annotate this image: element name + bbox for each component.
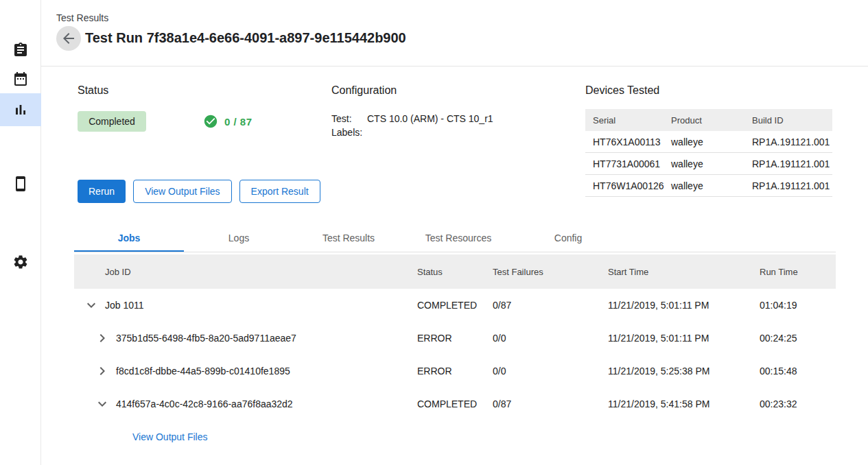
tab-logs[interactable]: Logs <box>184 225 294 252</box>
chevron-down-icon[interactable] <box>94 396 110 412</box>
device-row: HT76X1A00113 walleye RP1A.191121.001 <box>585 131 832 153</box>
view-output-files-button[interactable]: View Output Files <box>133 180 231 203</box>
tab-test-resources[interactable]: Test Resources <box>403 225 513 252</box>
attempt-status: ERROR <box>417 366 493 377</box>
attempt-start-time: 11/21/2019, 5:01:11 PM <box>608 333 760 344</box>
device-serial: HT76W1A00126 <box>593 180 671 191</box>
device-build: RP1A.191121.001 <box>752 136 832 147</box>
jobs-col-failures: Test Failures <box>493 267 608 277</box>
attempt-failures: 0/0 <box>493 333 608 344</box>
attempt-id: 375b1d55-6498-4fb5-8a20-5ad9711aeae7 <box>116 333 296 344</box>
smartphone-icon <box>12 176 29 192</box>
attempt-run-time: 00:24:25 <box>760 333 836 344</box>
page-header: Test Results Test Run 7f38a1e4-6e66-4091… <box>41 0 868 67</box>
attempt-failures: 0/87 <box>493 398 608 409</box>
devices-tested-section: Devices Tested Serial Product Build ID H… <box>585 84 832 197</box>
sidebar-item-test-results[interactable] <box>0 93 41 126</box>
jobs-table-header: Job ID Status Test Failures Start Time R… <box>74 254 836 289</box>
config-test-label: Test: <box>331 112 367 126</box>
bar-chart-icon <box>12 102 29 118</box>
breadcrumb: Test Results <box>56 12 108 23</box>
configuration-heading: Configuration <box>331 84 578 97</box>
attempt-detail-row: View Output Files <box>74 420 836 453</box>
device-serial: HT7731A00061 <box>593 158 671 169</box>
attempt-failures: 0/0 <box>493 366 608 377</box>
device-row: HT76W1A00126 walleye RP1A.191121.001 <box>585 175 832 197</box>
chevron-right-icon[interactable] <box>94 330 110 346</box>
back-button[interactable] <box>56 26 81 51</box>
devices-col-serial: Serial <box>593 115 671 126</box>
clipboard-icon <box>12 42 29 58</box>
config-test-value: CTS 10.0 (ARM) - CTS 10_r1 <box>367 112 493 126</box>
devices-col-product: Product <box>671 115 752 126</box>
attempt-id: 414f657a-4c0c-42c8-9166-aa76f8aa32d2 <box>116 398 293 409</box>
job-run-time: 01:04:19 <box>760 300 836 311</box>
status-heading: Status <box>78 84 325 97</box>
status-section: Status Completed 0 / 87 <box>78 84 325 132</box>
jobs-table: Job ID Status Test Failures Start Time R… <box>74 254 836 453</box>
tab-config[interactable]: Config <box>513 225 623 252</box>
device-build: RP1A.191121.001 <box>752 180 832 191</box>
gear-icon <box>12 254 29 270</box>
pass-count-group: 0 / 87 <box>203 114 253 129</box>
attempt-start-time: 11/21/2019, 5:25:38 PM <box>608 366 760 377</box>
view-output-files-link[interactable]: View Output Files <box>132 431 207 442</box>
attempt-start-time: 11/21/2019, 5:41:58 PM <box>608 398 760 409</box>
config-labels-label: Labels: <box>331 126 367 139</box>
job-row: Job 1011 COMPLETED 0/87 11/21/2019, 5:01… <box>74 289 836 322</box>
devices-col-build: Build ID <box>752 115 832 126</box>
device-row: HT7731A00061 walleye RP1A.191121.001 <box>585 153 832 175</box>
configuration-section: Configuration Test: CTS 10.0 (ARM) - CTS… <box>331 84 578 139</box>
rerun-button[interactable]: Rerun <box>78 180 126 203</box>
job-failures: 0/87 <box>493 300 608 311</box>
attempt-id: f8cd1c8f-dbbe-44a5-899b-c01410fe1895 <box>116 366 290 377</box>
attempt-run-time: 00:23:32 <box>760 398 836 409</box>
job-id: Job 1011 <box>105 300 144 311</box>
job-attempt-row: 414f657a-4c0c-42c8-9166-aa76f8aa32d2 COM… <box>74 388 836 420</box>
job-attempt-row: 375b1d55-6498-4fb5-8a20-5ad9711aeae7 ERR… <box>74 322 836 355</box>
sidebar-item-devices[interactable] <box>0 167 41 200</box>
arrow-back-icon <box>60 30 77 47</box>
chevron-down-icon[interactable] <box>83 297 99 313</box>
devices-table-header: Serial Product Build ID <box>585 109 832 131</box>
sidebar-item-test-plans[interactable] <box>0 34 41 67</box>
chevron-right-icon[interactable] <box>94 363 110 379</box>
tab-jobs[interactable]: Jobs <box>74 225 184 252</box>
check-circle-icon <box>203 114 218 129</box>
jobs-col-id: Job ID <box>74 267 417 277</box>
action-buttons: Rerun View Output Files Export Result <box>78 180 320 203</box>
main-content: Status Completed 0 / 87 Configuration Te… <box>41 67 868 465</box>
jobs-col-run: Run Time <box>760 267 836 277</box>
calendar-icon <box>12 71 29 88</box>
devices-table: Serial Product Build ID HT76X1A00113 wal… <box>585 109 832 197</box>
device-build: RP1A.191121.001 <box>752 158 832 169</box>
attempt-status: ERROR <box>417 333 493 344</box>
device-product: walleye <box>671 158 752 169</box>
export-result-button[interactable]: Export Result <box>239 180 320 203</box>
devices-heading: Devices Tested <box>585 84 832 97</box>
device-product: walleye <box>671 180 752 191</box>
pass-count: 0 / 87 <box>224 116 253 128</box>
status-badge: Completed <box>78 111 146 132</box>
jobs-col-status: Status <box>417 267 493 277</box>
attempt-run-time: 00:15:48 <box>760 366 836 377</box>
attempt-status: COMPLETED <box>417 398 493 409</box>
device-serial: HT76X1A00113 <box>593 136 671 147</box>
job-start-time: 11/21/2019, 5:01:11 PM <box>608 300 760 311</box>
sidebar-item-schedule[interactable] <box>0 63 41 96</box>
jobs-col-start: Start Time <box>608 267 760 277</box>
tab-bar: Jobs Logs Test Results Test Resources Co… <box>74 225 836 252</box>
job-status: COMPLETED <box>417 300 493 311</box>
job-attempt-row: f8cd1c8f-dbbe-44a5-899b-c01410fe1895 ERR… <box>74 355 836 388</box>
sidebar-item-settings[interactable] <box>0 246 41 278</box>
device-product: walleye <box>671 136 752 147</box>
sidebar <box>0 0 41 465</box>
page-title: Test Run 7f38a1e4-6e66-4091-a897-9e11544… <box>85 30 406 46</box>
tab-test-results[interactable]: Test Results <box>294 225 403 252</box>
